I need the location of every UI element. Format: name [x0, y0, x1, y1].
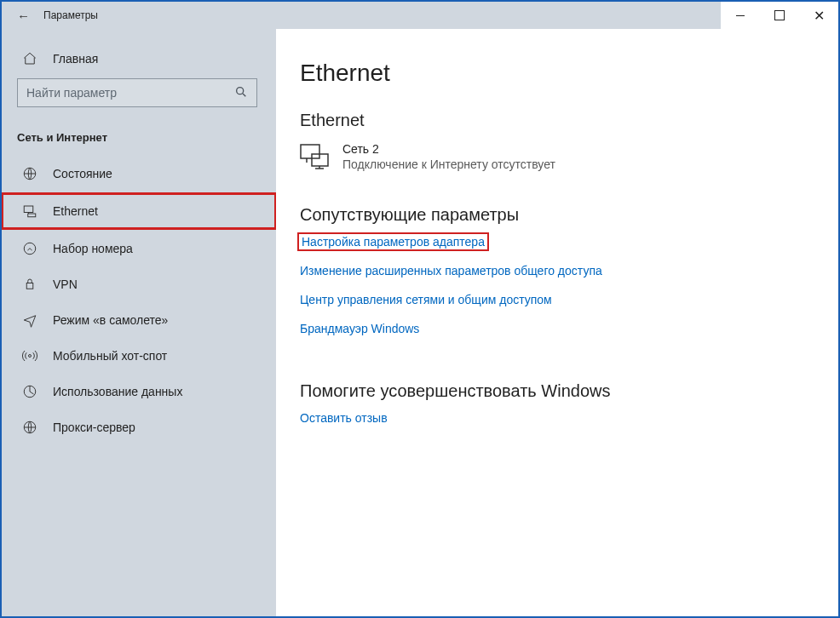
- link-feedback[interactable]: Оставить отзыв: [300, 411, 388, 425]
- page-title: Ethernet: [300, 60, 814, 87]
- sidebar-item-label: Прокси-сервер: [53, 421, 135, 434]
- feedback-heading: Помогите усовершенствовать Windows: [300, 381, 814, 401]
- sidebar-item-hotspot[interactable]: Мобильный хот-спот: [2, 338, 276, 374]
- back-button[interactable]: ←: [17, 9, 30, 23]
- search-icon: [234, 85, 248, 101]
- status-icon: [22, 166, 37, 181]
- svg-point-8: [29, 355, 32, 358]
- search-box[interactable]: [17, 78, 257, 107]
- sidebar-item-label: Состояние: [53, 167, 112, 180]
- sidebar: Главная Сеть и Интернет Состояние: [2, 29, 276, 616]
- search-input[interactable]: [26, 86, 248, 100]
- category-heading: Сеть и Интернет: [2, 123, 276, 156]
- home-button[interactable]: Главная: [2, 44, 276, 78]
- link-network-center[interactable]: Центр управления сетями и общим доступом: [300, 293, 552, 306]
- vpn-icon: [22, 277, 37, 292]
- link-firewall[interactable]: Брандмауэр Windows: [300, 322, 419, 335]
- sidebar-item-label: VPN: [53, 278, 78, 291]
- network-name: Сеть 2: [342, 142, 555, 156]
- section-subtitle: Ethernet: [300, 111, 814, 130]
- sidebar-item-airplane[interactable]: Режим «в самолете»: [2, 302, 276, 338]
- home-icon: [22, 51, 37, 66]
- svg-rect-4: [28, 214, 36, 217]
- sidebar-item-status[interactable]: Состояние: [2, 156, 276, 192]
- data-usage-icon: [22, 384, 37, 399]
- sidebar-item-label: Использование данных: [53, 385, 182, 398]
- related-heading: Сопутствующие параметры: [300, 205, 814, 225]
- sidebar-item-label: Мобильный хот-спот: [53, 349, 167, 363]
- sidebar-item-proxy[interactable]: Прокси-сервер: [2, 409, 276, 445]
- svg-rect-3: [24, 206, 33, 213]
- sidebar-item-label: Ethernet: [53, 204, 98, 218]
- home-label: Главная: [53, 52, 98, 66]
- svg-rect-11: [301, 145, 319, 158]
- window-title: Параметры: [43, 9, 98, 21]
- ethernet-icon: [22, 203, 37, 219]
- svg-line-1: [243, 94, 245, 96]
- network-pc-icon: [300, 144, 329, 169]
- hotspot-icon: [22, 348, 37, 363]
- sidebar-item-vpn[interactable]: VPN: [2, 266, 276, 302]
- sidebar-item-dialup[interactable]: Набор номера: [2, 231, 276, 266]
- sidebar-item-label: Режим «в самолете»: [53, 313, 168, 327]
- network-status: Подключение к Интернету отсутствует: [342, 157, 555, 171]
- sidebar-item-datausage[interactable]: Использование данных: [2, 374, 276, 409]
- network-item[interactable]: Сеть 2 Подключение к Интернету отсутству…: [300, 142, 814, 171]
- dialup-icon: [22, 241, 37, 256]
- sidebar-item-label: Набор номера: [53, 242, 133, 255]
- link-advanced-sharing[interactable]: Изменение расширенных параметров общего …: [300, 264, 602, 278]
- proxy-icon: [22, 420, 37, 435]
- maximize-button[interactable]: [760, 2, 799, 29]
- link-adapter-settings[interactable]: Настройка параметров адаптера: [300, 235, 486, 249]
- nav-list: Состояние Ethernet Набор номера: [2, 156, 276, 445]
- close-button[interactable]: ✕: [799, 2, 838, 29]
- svg-point-0: [237, 87, 244, 94]
- sidebar-item-ethernet[interactable]: Ethernet: [2, 193, 276, 229]
- svg-rect-7: [26, 283, 33, 289]
- airplane-icon: [22, 312, 37, 328]
- main-content: Ethernet Ethernet Сеть 2 Подключение к И…: [276, 29, 838, 616]
- titlebar: ← Параметры ✕: [2, 2, 838, 29]
- minimize-button[interactable]: [721, 2, 760, 29]
